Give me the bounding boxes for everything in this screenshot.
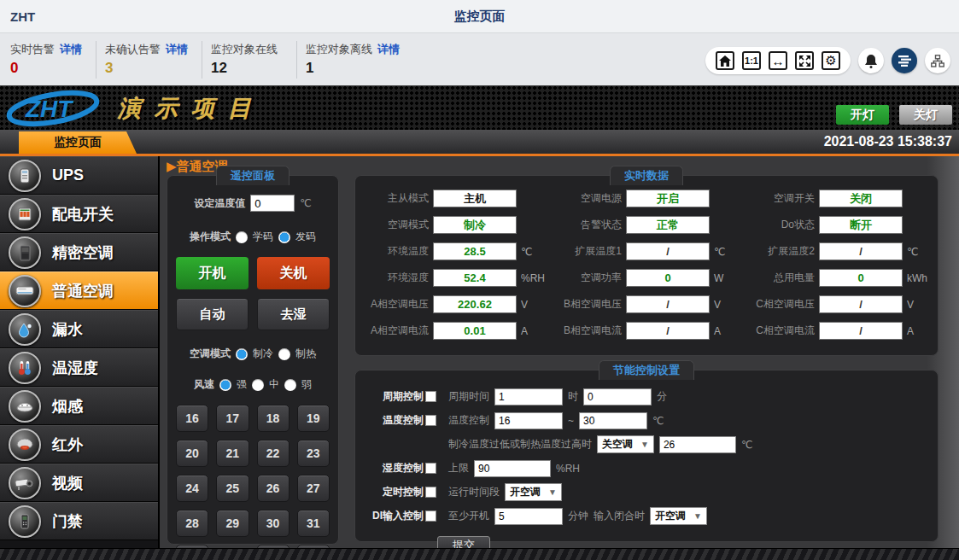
field-ext-temp1: 扩展温度1/℃ <box>548 242 741 260</box>
set-temp-input[interactable] <box>250 195 295 212</box>
detail-link[interactable]: 详情 <box>60 43 82 55</box>
schedule-control-checkbox[interactable] <box>425 487 436 498</box>
logo: ZHT 演示项目 <box>5 89 265 128</box>
temp-control-checkbox[interactable] <box>425 415 436 426</box>
gear-icon[interactable]: ⚙ <box>822 51 840 70</box>
radio-cooling[interactable] <box>236 348 248 360</box>
smoke-detector-icon <box>9 390 41 423</box>
temp-button[interactable]: 18 <box>257 405 289 432</box>
panel-tab-realtime: 实时数据 <box>610 166 683 185</box>
temp-button[interactable]: 30 <box>257 510 289 537</box>
auto-button[interactable]: 自动 <box>176 298 249 330</box>
project-title: 演示项目 <box>118 93 265 124</box>
stat-realtime-alarms: 实时告警详情 0 <box>9 41 96 79</box>
sidebar-item-ac[interactable]: 普通空调 <box>0 271 158 310</box>
radio-label: 弱 <box>301 377 312 392</box>
temp-keypad: 16 17 18 19 20 21 22 23 24 25 26 27 28 2… <box>176 405 330 548</box>
temp-button[interactable]: 19 <box>297 405 330 432</box>
set-temp-label: 设定温度值 <box>194 196 245 211</box>
sidebar-item-infrared[interactable]: 红外 <box>0 425 158 464</box>
ups-icon <box>9 160 41 192</box>
tab-monitor-page[interactable]: 监控页面 <box>19 131 137 154</box>
power-off-button[interactable]: 关机 <box>257 257 330 289</box>
stat-value: 1 <box>306 60 400 77</box>
field-ext-temp2: 扩展温度2/℃ <box>741 242 934 260</box>
di-action-select[interactable]: 开空调▼ <box>650 507 707 525</box>
humidity-limit-input[interactable] <box>474 460 551 477</box>
temp-button[interactable]: 29 <box>216 510 249 537</box>
field-value: / <box>819 242 903 260</box>
overshoot-action-select[interactable]: 关空调▼ <box>597 435 654 453</box>
sidebar-item-ups[interactable]: UPS <box>0 156 158 195</box>
topology-icon[interactable] <box>925 48 950 73</box>
light-on-button[interactable]: 开灯 <box>836 105 889 125</box>
humidity-control-checkbox[interactable] <box>425 463 436 474</box>
home-icon[interactable] <box>716 51 734 70</box>
field-value: 0 <box>819 269 903 287</box>
temp-max-input[interactable] <box>579 412 647 429</box>
stat-label: 未确认告警 <box>105 43 161 55</box>
remote-control-panel: 遥控面板 设定温度值 ℃ 操作模式 学码 发码 开机 关机 自动 去湿 <box>167 175 339 545</box>
dehumidify-button[interactable]: 去湿 <box>257 298 330 330</box>
di-control-checkbox[interactable] <box>425 510 436 522</box>
stat-label: 监控对象离线 <box>306 43 372 55</box>
temp-button[interactable]: 20 <box>176 440 208 467</box>
detail-link[interactable]: 详情 <box>166 43 188 55</box>
submit-button[interactable]: 提交 <box>437 536 490 548</box>
radio-send-code[interactable] <box>278 231 290 243</box>
one-to-one-icon[interactable]: 1:1 <box>742 51 761 70</box>
sidebar-item-smoke[interactable]: 烟感 <box>0 387 158 425</box>
radio-fan-mid[interactable] <box>252 379 264 391</box>
temp-plus-button[interactable]: + <box>257 545 289 548</box>
brand-text: ZHT <box>10 9 35 24</box>
temp-button[interactable]: 23 <box>297 440 330 467</box>
fit-width-icon[interactable]: ↔ <box>769 51 787 70</box>
detail-link[interactable]: 详情 <box>377 43 400 55</box>
temp-minus-button[interactable]: - <box>297 545 330 548</box>
temp-button[interactable]: 32 <box>176 545 208 548</box>
schedule-action-select[interactable]: 开空调▼ <box>505 483 562 501</box>
temp-button[interactable]: 17 <box>216 405 249 432</box>
alarm-list-icon[interactable] <box>892 48 917 73</box>
temp-button[interactable]: 16 <box>176 405 208 432</box>
field-env-humidity: 环境湿度52.4%RH <box>355 269 548 287</box>
sidebar-item-power-switch[interactable]: 配电开关 <box>0 195 158 233</box>
overshoot-temp-input[interactable] <box>659 436 736 453</box>
stats-bar: 实时告警详情 0 未确认告警详情 3 监控对象在线 12 监控对象离线详情 1 … <box>0 32 959 85</box>
temp-button[interactable]: 24 <box>176 475 208 502</box>
di-input-control-row: DI输入控制 至少开机 分钟 输入闭合时 开空调▼ <box>355 507 938 525</box>
temp-button[interactable]: 31 <box>297 510 330 537</box>
field-alarm-status: 告警状态正常 <box>548 216 741 234</box>
radio-heating[interactable] <box>278 348 290 360</box>
sidebar-item-video[interactable]: 视频 <box>0 464 158 502</box>
bell-icon[interactable] <box>858 48 884 73</box>
sidebar-item-water-leak[interactable]: 漏水 <box>0 310 158 348</box>
sidebar-item-door-access[interactable]: 门禁 <box>0 502 158 540</box>
door-access-icon <box>9 505 41 538</box>
sidebar-item-temp-humidity[interactable]: 温湿度 <box>0 348 158 387</box>
cycle-minute-input[interactable] <box>583 388 652 405</box>
di-min-on-input[interactable] <box>494 508 563 525</box>
temp-button[interactable]: 27 <box>297 475 330 502</box>
cycle-hour-input[interactable] <box>494 388 563 405</box>
humidity-control-row: 湿度控制 上限 %RH <box>355 459 938 477</box>
temp-min-input[interactable] <box>494 412 563 429</box>
radio-fan-low[interactable] <box>284 379 296 391</box>
tab-bar: 监控页面 2021-08-23 15:38:37 <box>0 130 959 154</box>
radio-learn-code[interactable] <box>236 231 248 243</box>
temp-button[interactable]: 28 <box>176 510 208 537</box>
fullscreen-icon[interactable] <box>795 51 814 70</box>
temp-button[interactable]: 26 <box>257 475 289 502</box>
device-sidebar: UPS 配电开关 精密空调 普通空调 漏水 温湿度 烟感 红外 <box>0 156 160 548</box>
cycle-control-checkbox[interactable] <box>425 391 436 402</box>
light-off-button[interactable]: 关灯 <box>899 105 952 125</box>
sidebar-item-precision-ac[interactable]: 精密空调 <box>0 233 158 271</box>
field-do-status: Do状态断开 <box>741 216 934 234</box>
temp-button[interactable]: 25 <box>216 475 249 502</box>
power-on-button[interactable]: 开机 <box>176 257 249 289</box>
stat-value: 0 <box>10 60 82 77</box>
temp-button[interactable]: 21 <box>216 440 249 467</box>
radio-fan-high[interactable] <box>219 379 231 391</box>
fan-speed-label: 风速 <box>194 377 214 392</box>
temp-button[interactable]: 22 <box>257 440 289 467</box>
